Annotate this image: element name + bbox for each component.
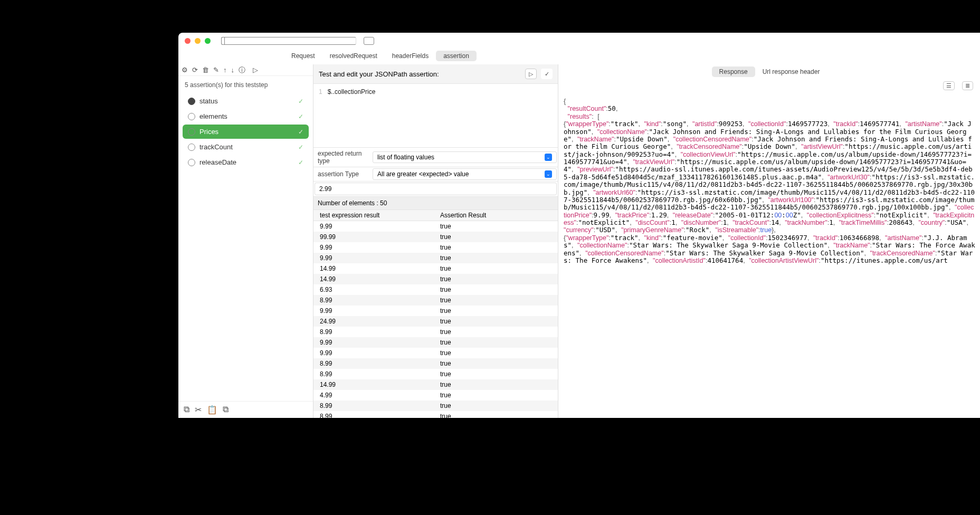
tab-url-response-header[interactable]: Url response header [755,66,827,77]
col-assertion-result: Assertion Result [434,210,558,221]
assertion-editor-panel: Test and edit your JSONPath assertion: ▷… [313,64,558,418]
table-row: 99.99true [313,232,558,242]
cell-assertion-result: true [434,232,558,242]
assertion-status-icon [188,113,195,120]
cut-icon[interactable]: ✂ [195,405,202,415]
tab-headerfields[interactable]: headerFields [385,51,436,61]
sidebar-footer: ⧉ ✂ 📋 ⧉ [178,401,313,418]
confirm-assertion-button[interactable]: ✓ [541,69,553,79]
edit-icon[interactable]: ✎ [213,66,219,74]
assertions-sidebar: ⚙ ⟳ 🗑 ✎ ↑ ↓ ⓘ ▷ 5 assertion(s) for this … [178,64,313,418]
refresh-icon[interactable]: ⟳ [192,66,198,74]
tab-request[interactable]: Request [284,51,322,61]
document-icon[interactable] [364,37,374,45]
cell-expression-result: 8.99 [313,327,434,337]
assertion-item-trackcount[interactable]: trackCount✓ [183,140,309,154]
paste-icon[interactable]: ⧉ [223,405,229,415]
tab-response[interactable]: Response [712,66,755,77]
cell-assertion-result: true [434,358,558,369]
cell-expression-result: 9.99 [313,337,434,348]
col-test-expression-result: test expression result [313,210,434,221]
cell-expression-result: 8.99 [313,369,434,379]
table-row: 8.99true [313,411,558,418]
cell-expression-result: 8.99 [313,400,434,411]
cell-expression-result: 9.99 [313,348,434,358]
response-json-view[interactable]: { "resultCount":50, "results": [ {"wrapp… [558,93,980,269]
clipboard-icon[interactable]: 📋 [207,405,217,415]
cell-expression-result: 9.99 [313,306,434,316]
jsonpath-editor[interactable]: 1 $..collectionPrice [313,84,558,147]
cell-expression-result: 8.99 [313,411,434,418]
results-table-header: test expression result Assertion Result [313,209,558,221]
response-tab-bar: ResponseUrl response header [558,64,980,80]
minimize-window-button[interactable] [195,38,201,44]
titlebar [178,33,980,49]
table-row: 24.99true [313,316,558,327]
toggle-sidebar-icon[interactable] [221,37,356,45]
cell-assertion-result: true [434,284,558,295]
table-row: 9.99true [313,221,558,232]
assertion-item-releasedate[interactable]: releaseDate✓ [183,155,309,169]
cell-expression-result: 8.99 [313,358,434,369]
down-icon[interactable]: ↓ [231,66,235,74]
table-row: 9.99true [313,253,558,263]
sidebar-toolbar: ⚙ ⟳ 🗑 ✎ ↑ ↓ ⓘ ▷ [178,64,313,76]
table-row: 9.99true [313,348,558,358]
expected-return-type-select[interactable]: list of floating values ⌄ [373,151,557,163]
table-row: 8.99true [313,369,558,379]
gear-icon[interactable]: ⚙ [182,66,188,74]
assertion-type-value: All are greater <expected> value [377,170,469,178]
assertion-item-status[interactable]: status✓ [183,94,309,108]
table-row: 14.99true [313,274,558,284]
check-icon: ✓ [298,98,303,105]
results-table-body: 9.99true99.99true9.99true9.99true14.99tr… [313,221,558,418]
cell-assertion-result: true [434,390,558,400]
zoom-window-button[interactable] [205,38,211,44]
check-icon: ✓ [298,128,303,136]
assertion-item-label: Prices [199,128,218,136]
assertion-item-label: trackCount [199,143,233,151]
table-row: 8.99true [313,400,558,411]
cell-expression-result: 6.93 [313,284,434,295]
table-row: 8.99true [313,327,558,337]
copy-icon[interactable]: ⧉ [184,405,189,415]
up-icon[interactable]: ↑ [223,66,227,74]
cell-assertion-result: true [434,337,558,348]
assertion-status-icon [188,159,195,166]
check-icon: ✓ [298,159,303,166]
cell-assertion-result: true [434,327,558,337]
assertion-item-prices[interactable]: Prices✓ [183,125,309,139]
cell-assertion-result: true [434,263,558,274]
play-icon[interactable]: ▷ [253,66,258,74]
cell-assertion-result: true [434,221,558,232]
expected-return-type-label: expected return type [313,148,373,167]
cell-expression-result: 14.99 [313,379,434,390]
chevron-down-icon: ⌄ [545,170,552,178]
list-icon[interactable]: ≣ [962,81,973,90]
tab-resolvedrequest[interactable]: resolvedRequest [322,51,385,61]
assertions-count-label: 5 assertion(s) for this teststep [178,76,313,94]
assertion-status-icon [188,128,195,136]
assertion-type-select[interactable]: All are greater <expected> value ⌄ [373,168,557,180]
table-row: 14.99true [313,263,558,274]
expected-value-input[interactable]: 2.99 [315,183,557,195]
delete-icon[interactable]: 🗑 [202,66,209,74]
tab-assertion[interactable]: assertion [436,51,477,61]
run-assertion-button[interactable]: ▷ [525,69,537,79]
cell-assertion-result: true [434,253,558,263]
align-left-icon[interactable]: ☰ [943,81,955,90]
cell-expression-result: 14.99 [313,274,434,284]
assertion-status-icon [188,144,195,151]
info-icon[interactable]: ⓘ [239,65,245,75]
assertion-item-elements[interactable]: elements✓ [183,109,309,123]
assertion-item-label: status [199,97,218,105]
line-number: 1 [319,88,322,96]
close-window-button[interactable] [185,38,191,44]
assertion-status-icon [188,98,195,105]
cell-expression-result: 24.99 [313,316,434,327]
chevron-down-icon: ⌄ [545,154,552,161]
cell-assertion-result: true [434,379,558,390]
editor-heading: Test and edit your JSONPath assertion: [319,70,439,78]
cell-assertion-result: true [434,306,558,316]
cell-assertion-result: true [434,295,558,306]
